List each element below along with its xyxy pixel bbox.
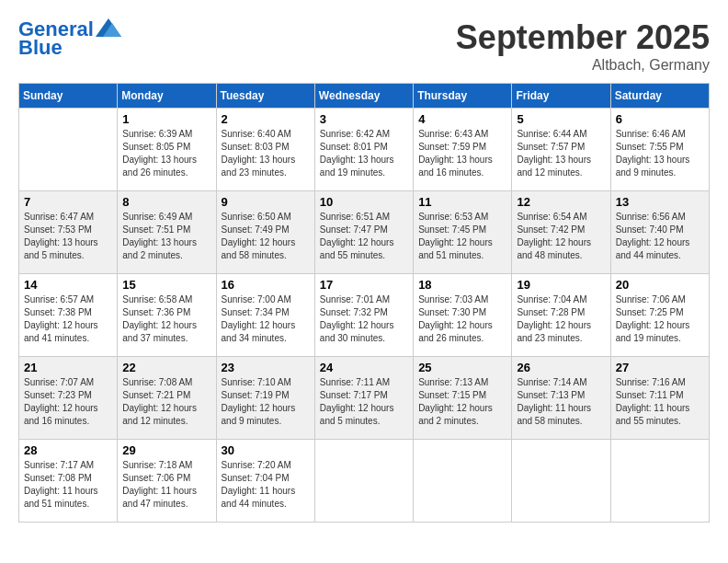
- day-number: 28: [24, 443, 112, 457]
- day-number: 6: [616, 112, 704, 126]
- calendar-cell: 6Sunrise: 6:46 AMSunset: 7:55 PMDaylight…: [610, 109, 709, 191]
- day-info: Sunrise: 6:49 AMSunset: 7:51 PMDaylight:…: [122, 211, 210, 262]
- calendar-week-row: 1Sunrise: 6:39 AMSunset: 8:05 PMDaylight…: [19, 109, 710, 191]
- day-info: Sunrise: 7:00 AMSunset: 7:34 PMDaylight:…: [222, 293, 310, 345]
- day-number: 22: [122, 361, 210, 374]
- day-header-thursday: Thursday: [414, 84, 512, 109]
- day-info: Sunrise: 7:06 AMSunset: 7:25 PMDaylight:…: [616, 293, 704, 345]
- calendar-cell: 27Sunrise: 7:16 AMSunset: 7:11 PMDayligh…: [610, 357, 709, 440]
- day-number: 17: [320, 278, 408, 292]
- calendar-cell: 24Sunrise: 7:11 AMSunset: 7:17 PMDayligh…: [314, 357, 413, 440]
- logo: General Blue: [18, 18, 121, 59]
- day-number: 4: [418, 112, 506, 126]
- calendar-cell: 15Sunrise: 6:58 AMSunset: 7:36 PMDayligh…: [118, 274, 216, 357]
- logo-blue-text: Blue: [18, 37, 63, 59]
- calendar: SundayMondayTuesdayWednesdayThursdayFrid…: [18, 83, 710, 523]
- day-info: Sunrise: 7:20 AMSunset: 7:04 PMDaylight:…: [222, 459, 310, 511]
- calendar-cell: 18Sunrise: 7:03 AMSunset: 7:30 PMDayligh…: [414, 274, 512, 357]
- calendar-week-row: 7Sunrise: 6:47 AMSunset: 7:53 PMDaylight…: [19, 191, 710, 274]
- day-header-saturday: Saturday: [610, 84, 709, 109]
- calendar-cell: 3Sunrise: 6:42 AMSunset: 8:01 PMDaylight…: [314, 109, 413, 191]
- day-info: Sunrise: 6:46 AMSunset: 7:55 PMDaylight:…: [616, 128, 704, 179]
- day-header-friday: Friday: [512, 84, 610, 109]
- day-info: Sunrise: 6:39 AMSunset: 8:05 PMDaylight:…: [122, 128, 210, 179]
- day-info: Sunrise: 7:18 AMSunset: 7:06 PMDaylight:…: [122, 459, 210, 511]
- day-number: 24: [320, 361, 408, 374]
- day-info: Sunrise: 6:43 AMSunset: 7:59 PMDaylight:…: [418, 128, 506, 179]
- day-info: Sunrise: 6:47 AMSunset: 7:53 PMDaylight:…: [24, 211, 112, 262]
- day-number: 16: [222, 278, 310, 292]
- day-header-monday: Monday: [118, 84, 216, 109]
- calendar-cell: [610, 440, 709, 523]
- calendar-cell: 11Sunrise: 6:53 AMSunset: 7:45 PMDayligh…: [414, 191, 512, 274]
- title-area: September 2025 Altbach, Germany: [456, 18, 710, 74]
- calendar-cell: 16Sunrise: 7:00 AMSunset: 7:34 PMDayligh…: [216, 274, 314, 357]
- day-number: 20: [616, 278, 704, 292]
- day-number: 5: [517, 112, 605, 126]
- calendar-cell: 20Sunrise: 7:06 AMSunset: 7:25 PMDayligh…: [610, 274, 709, 357]
- calendar-cell: 17Sunrise: 7:01 AMSunset: 7:32 PMDayligh…: [314, 274, 413, 357]
- day-info: Sunrise: 6:54 AMSunset: 7:42 PMDaylight:…: [517, 211, 605, 262]
- calendar-cell: 2Sunrise: 6:40 AMSunset: 8:03 PMDaylight…: [216, 109, 314, 191]
- day-number: 14: [24, 278, 112, 292]
- location: Altbach, Germany: [456, 57, 710, 74]
- calendar-header-row: SundayMondayTuesdayWednesdayThursdayFrid…: [19, 84, 710, 109]
- day-info: Sunrise: 7:07 AMSunset: 7:23 PMDaylight:…: [24, 376, 112, 428]
- logo-icon: [96, 18, 121, 37]
- calendar-cell: 30Sunrise: 7:20 AMSunset: 7:04 PMDayligh…: [216, 440, 314, 523]
- day-info: Sunrise: 6:50 AMSunset: 7:49 PMDaylight:…: [222, 211, 310, 262]
- day-info: Sunrise: 7:08 AMSunset: 7:21 PMDaylight:…: [122, 376, 210, 428]
- day-info: Sunrise: 7:03 AMSunset: 7:30 PMDaylight:…: [418, 293, 506, 345]
- calendar-cell: 4Sunrise: 6:43 AMSunset: 7:59 PMDaylight…: [414, 109, 512, 191]
- day-info: Sunrise: 7:17 AMSunset: 7:08 PMDaylight:…: [24, 459, 112, 511]
- day-number: 12: [517, 195, 605, 209]
- calendar-week-row: 14Sunrise: 6:57 AMSunset: 7:38 PMDayligh…: [19, 274, 710, 357]
- day-number: 21: [24, 361, 112, 374]
- day-info: Sunrise: 7:10 AMSunset: 7:19 PMDaylight:…: [222, 376, 310, 428]
- calendar-cell: 28Sunrise: 7:17 AMSunset: 7:08 PMDayligh…: [19, 440, 118, 523]
- calendar-week-row: 21Sunrise: 7:07 AMSunset: 7:23 PMDayligh…: [19, 357, 710, 440]
- day-number: 3: [320, 112, 408, 126]
- calendar-cell: 10Sunrise: 6:51 AMSunset: 7:47 PMDayligh…: [314, 191, 413, 274]
- day-info: Sunrise: 7:13 AMSunset: 7:15 PMDaylight:…: [418, 376, 506, 428]
- day-info: Sunrise: 7:04 AMSunset: 7:28 PMDaylight:…: [517, 293, 605, 345]
- day-number: 18: [418, 278, 506, 292]
- day-header-wednesday: Wednesday: [314, 84, 413, 109]
- calendar-cell: 8Sunrise: 6:49 AMSunset: 7:51 PMDaylight…: [118, 191, 216, 274]
- calendar-cell: 5Sunrise: 6:44 AMSunset: 7:57 PMDaylight…: [512, 109, 610, 191]
- day-info: Sunrise: 6:56 AMSunset: 7:40 PMDaylight:…: [616, 211, 704, 262]
- day-number: 13: [616, 195, 704, 209]
- day-number: 26: [517, 361, 605, 374]
- day-number: 30: [222, 443, 310, 457]
- calendar-cell: 14Sunrise: 6:57 AMSunset: 7:38 PMDayligh…: [19, 274, 118, 357]
- calendar-cell: 12Sunrise: 6:54 AMSunset: 7:42 PMDayligh…: [512, 191, 610, 274]
- day-number: 8: [122, 195, 210, 209]
- day-header-sunday: Sunday: [19, 84, 118, 109]
- day-number: 1: [122, 112, 210, 126]
- day-info: Sunrise: 6:44 AMSunset: 7:57 PMDaylight:…: [517, 128, 605, 179]
- day-info: Sunrise: 6:51 AMSunset: 7:47 PMDaylight:…: [320, 211, 408, 262]
- day-number: 7: [24, 195, 112, 209]
- calendar-cell: [512, 440, 610, 523]
- day-number: 2: [222, 112, 310, 126]
- calendar-cell: 1Sunrise: 6:39 AMSunset: 8:05 PMDaylight…: [118, 109, 216, 191]
- calendar-cell: 22Sunrise: 7:08 AMSunset: 7:21 PMDayligh…: [118, 357, 216, 440]
- header: General Blue September 2025 Altbach, Ger…: [18, 18, 710, 74]
- day-number: 10: [320, 195, 408, 209]
- day-info: Sunrise: 6:58 AMSunset: 7:36 PMDaylight:…: [122, 293, 210, 345]
- day-info: Sunrise: 6:53 AMSunset: 7:45 PMDaylight:…: [418, 211, 506, 262]
- day-number: 9: [222, 195, 310, 209]
- calendar-cell: [314, 440, 413, 523]
- calendar-cell: [414, 440, 512, 523]
- day-info: Sunrise: 6:40 AMSunset: 8:03 PMDaylight:…: [222, 128, 310, 179]
- calendar-cell: 7Sunrise: 6:47 AMSunset: 7:53 PMDaylight…: [19, 191, 118, 274]
- day-number: 15: [122, 278, 210, 292]
- day-number: 29: [122, 443, 210, 457]
- calendar-cell: 26Sunrise: 7:14 AMSunset: 7:13 PMDayligh…: [512, 357, 610, 440]
- calendar-cell: 23Sunrise: 7:10 AMSunset: 7:19 PMDayligh…: [216, 357, 314, 440]
- day-info: Sunrise: 6:42 AMSunset: 8:01 PMDaylight:…: [320, 128, 408, 179]
- month-title: September 2025: [456, 18, 710, 57]
- day-number: 23: [222, 361, 310, 374]
- day-number: 19: [517, 278, 605, 292]
- day-header-tuesday: Tuesday: [216, 84, 314, 109]
